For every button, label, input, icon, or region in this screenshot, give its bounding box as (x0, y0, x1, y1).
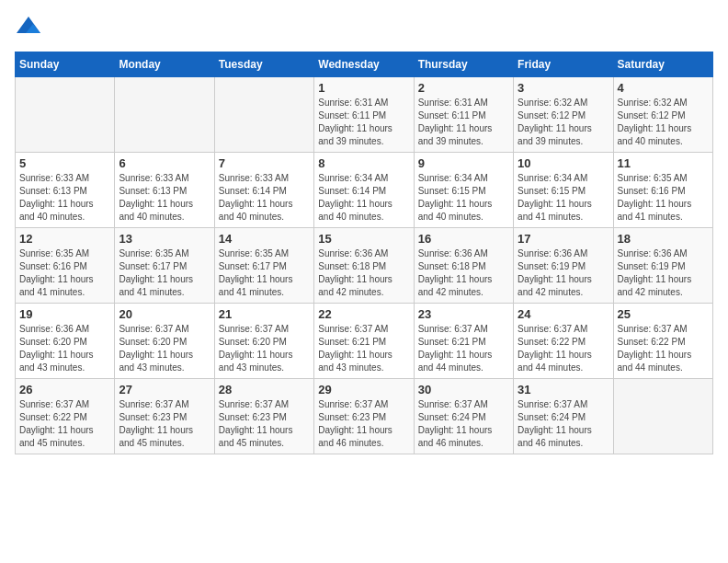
logo (15, 15, 46, 42)
day-info: Sunrise: 6:34 AM Sunset: 6:15 PM Dayligh… (518, 172, 609, 224)
day-info: Sunrise: 6:35 AM Sunset: 6:17 PM Dayligh… (219, 247, 310, 299)
calendar-cell: 7Sunrise: 6:33 AM Sunset: 6:14 PM Daylig… (214, 153, 313, 228)
day-info: Sunrise: 6:32 AM Sunset: 6:12 PM Dayligh… (518, 97, 609, 148)
calendar-cell: 23Sunrise: 6:37 AM Sunset: 6:21 PM Dayli… (414, 304, 513, 379)
day-info: Sunrise: 6:36 AM Sunset: 6:19 PM Dayligh… (618, 247, 709, 299)
day-number: 14 (219, 232, 310, 246)
day-info: Sunrise: 6:33 AM Sunset: 6:14 PM Dayligh… (219, 172, 310, 224)
day-info: Sunrise: 6:37 AM Sunset: 6:22 PM Dayligh… (19, 398, 110, 450)
day-number: 8 (318, 156, 409, 170)
calendar-cell: 5Sunrise: 6:33 AM Sunset: 6:13 PM Daylig… (16, 153, 115, 228)
calendar-cell: 6Sunrise: 6:33 AM Sunset: 6:13 PM Daylig… (115, 153, 214, 228)
day-info: Sunrise: 6:36 AM Sunset: 6:20 PM Dayligh… (19, 323, 110, 374)
day-number: 12 (19, 232, 110, 246)
calendar-cell: 3Sunrise: 6:32 AM Sunset: 6:12 PM Daylig… (514, 77, 613, 153)
calendar-cell: 9Sunrise: 6:34 AM Sunset: 6:15 PM Daylig… (414, 153, 513, 228)
calendar-header: SundayMondayTuesdayWednesdayThursdayFrid… (16, 52, 713, 77)
calendar-body: 1Sunrise: 6:31 AM Sunset: 6:11 PM Daylig… (16, 77, 713, 454)
day-number: 9 (418, 156, 509, 170)
day-info: Sunrise: 6:37 AM Sunset: 6:20 PM Dayligh… (219, 323, 310, 374)
day-number: 1 (318, 81, 409, 95)
calendar-week-row: 5Sunrise: 6:33 AM Sunset: 6:13 PM Daylig… (16, 153, 713, 228)
day-number: 21 (219, 307, 310, 321)
day-info: Sunrise: 6:34 AM Sunset: 6:14 PM Dayligh… (318, 172, 409, 224)
day-info: Sunrise: 6:37 AM Sunset: 6:21 PM Dayligh… (418, 323, 509, 374)
calendar-table: SundayMondayTuesdayWednesdayThursdayFrid… (15, 52, 713, 454)
calendar-cell: 28Sunrise: 6:37 AM Sunset: 6:23 PM Dayli… (214, 379, 313, 454)
day-number: 27 (119, 383, 210, 396)
day-info: Sunrise: 6:37 AM Sunset: 6:21 PM Dayligh… (318, 323, 409, 374)
day-info: Sunrise: 6:37 AM Sunset: 6:20 PM Dayligh… (119, 323, 210, 374)
calendar-cell: 26Sunrise: 6:37 AM Sunset: 6:22 PM Dayli… (16, 379, 115, 454)
logo-icon (15, 15, 42, 42)
page-header (15, 15, 713, 42)
day-info: Sunrise: 6:33 AM Sunset: 6:13 PM Dayligh… (19, 172, 110, 224)
calendar-cell: 16Sunrise: 6:36 AM Sunset: 6:18 PM Dayli… (414, 228, 513, 304)
day-info: Sunrise: 6:37 AM Sunset: 6:24 PM Dayligh… (418, 398, 509, 450)
calendar-cell: 12Sunrise: 6:35 AM Sunset: 6:16 PM Dayli… (16, 228, 115, 304)
calendar-week-row: 12Sunrise: 6:35 AM Sunset: 6:16 PM Dayli… (16, 228, 713, 304)
calendar-cell: 13Sunrise: 6:35 AM Sunset: 6:17 PM Dayli… (115, 228, 214, 304)
calendar-cell: 19Sunrise: 6:36 AM Sunset: 6:20 PM Dayli… (16, 304, 115, 379)
day-info: Sunrise: 6:35 AM Sunset: 6:16 PM Dayligh… (19, 247, 110, 299)
calendar-cell: 4Sunrise: 6:32 AM Sunset: 6:12 PM Daylig… (613, 77, 712, 153)
day-info: Sunrise: 6:36 AM Sunset: 6:19 PM Dayligh… (518, 247, 609, 299)
day-info: Sunrise: 6:37 AM Sunset: 6:23 PM Dayligh… (219, 398, 310, 450)
day-number: 16 (418, 232, 509, 246)
day-number: 29 (318, 383, 409, 396)
day-info: Sunrise: 6:32 AM Sunset: 6:12 PM Dayligh… (618, 97, 709, 148)
day-number: 6 (119, 156, 210, 170)
day-number: 30 (418, 383, 509, 396)
day-info: Sunrise: 6:35 AM Sunset: 6:17 PM Dayligh… (119, 247, 210, 299)
weekday-header: Tuesday (214, 52, 313, 77)
day-number: 20 (119, 307, 210, 321)
day-number: 10 (518, 156, 609, 170)
calendar-cell: 25Sunrise: 6:37 AM Sunset: 6:22 PM Dayli… (613, 304, 712, 379)
day-info: Sunrise: 6:31 AM Sunset: 6:11 PM Dayligh… (418, 97, 509, 148)
day-info: Sunrise: 6:37 AM Sunset: 6:22 PM Dayligh… (618, 323, 709, 374)
day-number: 19 (19, 307, 110, 321)
calendar-cell: 20Sunrise: 6:37 AM Sunset: 6:20 PM Dayli… (115, 304, 214, 379)
day-number: 17 (518, 232, 609, 246)
weekday-header: Monday (115, 52, 214, 77)
calendar-cell: 30Sunrise: 6:37 AM Sunset: 6:24 PM Dayli… (414, 379, 513, 454)
weekday-header: Sunday (16, 52, 115, 77)
calendar-cell: 15Sunrise: 6:36 AM Sunset: 6:18 PM Dayli… (314, 228, 414, 304)
weekday-header: Wednesday (314, 52, 414, 77)
calendar-cell (115, 77, 214, 153)
day-number: 24 (518, 307, 609, 321)
day-info: Sunrise: 6:37 AM Sunset: 6:22 PM Dayligh… (518, 323, 609, 374)
calendar-cell: 21Sunrise: 6:37 AM Sunset: 6:20 PM Dayli… (214, 304, 313, 379)
day-number: 25 (618, 307, 709, 321)
calendar-cell (16, 77, 115, 153)
calendar-cell: 29Sunrise: 6:37 AM Sunset: 6:23 PM Dayli… (314, 379, 414, 454)
day-number: 4 (618, 81, 709, 95)
calendar-cell (214, 77, 313, 153)
calendar-cell (613, 379, 712, 454)
calendar-cell: 1Sunrise: 6:31 AM Sunset: 6:11 PM Daylig… (314, 77, 414, 153)
day-info: Sunrise: 6:36 AM Sunset: 6:18 PM Dayligh… (318, 247, 409, 299)
calendar-cell: 17Sunrise: 6:36 AM Sunset: 6:19 PM Dayli… (514, 228, 613, 304)
day-number: 26 (19, 383, 110, 396)
day-number: 5 (19, 156, 110, 170)
day-number: 11 (618, 156, 709, 170)
day-number: 13 (119, 232, 210, 246)
calendar-cell: 2Sunrise: 6:31 AM Sunset: 6:11 PM Daylig… (414, 77, 513, 153)
day-number: 15 (318, 232, 409, 246)
calendar-week-row: 19Sunrise: 6:36 AM Sunset: 6:20 PM Dayli… (16, 304, 713, 379)
calendar-cell: 22Sunrise: 6:37 AM Sunset: 6:21 PM Dayli… (314, 304, 414, 379)
day-number: 22 (318, 307, 409, 321)
day-info: Sunrise: 6:37 AM Sunset: 6:23 PM Dayligh… (318, 398, 409, 450)
day-number: 28 (219, 383, 310, 396)
calendar-cell: 31Sunrise: 6:37 AM Sunset: 6:24 PM Dayli… (514, 379, 613, 454)
calendar-cell: 27Sunrise: 6:37 AM Sunset: 6:23 PM Dayli… (115, 379, 214, 454)
day-number: 23 (418, 307, 509, 321)
day-number: 31 (518, 383, 609, 396)
day-info: Sunrise: 6:31 AM Sunset: 6:11 PM Dayligh… (318, 97, 409, 148)
day-info: Sunrise: 6:37 AM Sunset: 6:24 PM Dayligh… (518, 398, 609, 450)
calendar-cell: 8Sunrise: 6:34 AM Sunset: 6:14 PM Daylig… (314, 153, 414, 228)
weekday-header: Thursday (414, 52, 513, 77)
weekday-header: Saturday (613, 52, 712, 77)
calendar-week-row: 1Sunrise: 6:31 AM Sunset: 6:11 PM Daylig… (16, 77, 713, 153)
calendar-cell: 24Sunrise: 6:37 AM Sunset: 6:22 PM Dayli… (514, 304, 613, 379)
